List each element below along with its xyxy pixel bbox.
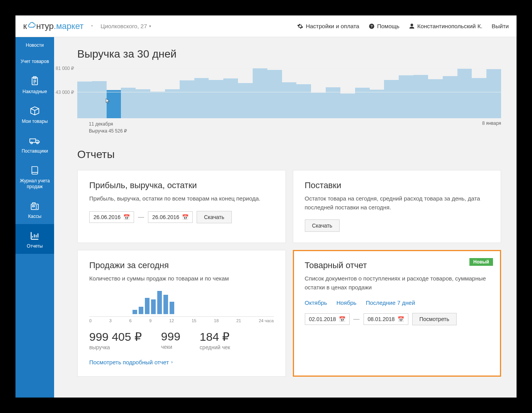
logo-mid: нтур	[36, 21, 54, 31]
y-tick-top: 81 000 ₽	[56, 66, 74, 71]
goods-date-from[interactable]: 02.01.2018 📅	[305, 313, 350, 325]
revenue-bar[interactable]	[194, 78, 209, 118]
revenue-bar[interactable]	[253, 68, 267, 118]
calendar-icon: 📅	[339, 316, 345, 322]
chevron-down-icon[interactable]	[90, 23, 94, 30]
profit-title: Прибыль, выручка, остатки	[89, 180, 274, 190]
revenue-bar[interactable]	[340, 93, 355, 118]
revenue-bar[interactable]	[267, 70, 282, 118]
axis-tick: 9	[149, 318, 151, 323]
profit-desc: Прибыль, выручка, остатки по всем товара…	[89, 194, 274, 203]
sidebar-item-inventory[interactable]: Учет товаров	[15, 53, 54, 70]
revenue-bar[interactable]	[370, 90, 384, 118]
revenue-bar[interactable]	[399, 75, 413, 118]
axis-tick: 12	[169, 318, 174, 323]
goods-report-title: Товарный отчет	[305, 260, 490, 270]
today-desc: Количество и суммы продаж по товарам и п…	[89, 274, 274, 283]
revenue-bar[interactable]	[223, 78, 238, 118]
book-icon	[17, 165, 53, 176]
user-menu[interactable]: Константинопольский К.	[409, 23, 483, 29]
cloud-icon	[27, 21, 36, 32]
revenue-bar[interactable]	[121, 88, 136, 118]
revenue-bar[interactable]	[136, 89, 150, 118]
revenue-bar[interactable]	[384, 80, 399, 119]
revenue-bar[interactable]	[238, 83, 253, 118]
sidebar-item-reports[interactable]: Отчеты	[15, 224, 54, 254]
revenue-bar[interactable]	[296, 84, 311, 118]
sidebar-item-registers[interactable]: Кассы	[15, 194, 54, 224]
sidebar-item-invoices[interactable]: Накладные	[15, 70, 54, 99]
supplies-desc: Остаток товара на сегодня, средний расхо…	[305, 194, 490, 212]
new-badge: Новый	[469, 258, 493, 266]
logout-link[interactable]: Выйти	[492, 23, 509, 29]
quick-link-november[interactable]: Ноябрь	[337, 299, 357, 306]
today-title: Продажи за сегодня	[89, 260, 274, 270]
revenue-bar[interactable]	[77, 82, 92, 118]
revenue-bar[interactable]	[428, 79, 443, 118]
revenue-bar[interactable]	[486, 69, 501, 118]
profit-date-to[interactable]: 26.06.2016 📅	[148, 211, 193, 223]
quick-link-last7[interactable]: Последние 7 дней	[366, 299, 415, 306]
stat-checks: 999 чеки	[161, 330, 180, 350]
logo[interactable]: к нтур.маркет	[23, 21, 83, 32]
sidebar: Новости Учет товаров Накладные Мои товар…	[15, 37, 54, 398]
revenue-bar[interactable]	[165, 89, 180, 118]
revenue-bar[interactable]	[150, 92, 165, 118]
card-goods-report: Новый Товарный отчет Список документов о…	[293, 250, 501, 377]
profit-date-from[interactable]: 26.06.2016 📅	[89, 211, 134, 223]
help-label: Помощь	[377, 23, 399, 29]
goods-report-desc: Список документов о поступлениях и расхо…	[305, 274, 490, 292]
truck-icon	[17, 135, 53, 146]
view-detailed-report-link[interactable]: Посмотреть подробный отчет ›	[89, 359, 274, 365]
calendar-icon: 📅	[182, 214, 189, 220]
sidebar-item-suppliers[interactable]: Поставщики	[15, 129, 54, 159]
revenue-bar[interactable]	[311, 93, 326, 118]
revenue-bar[interactable]	[282, 82, 297, 118]
axis-tick: 15	[192, 318, 196, 323]
sidebar-item-saleslog[interactable]: Журнал учета продаж	[15, 159, 54, 194]
revenue-bar[interactable]	[457, 69, 472, 118]
hourly-bar	[139, 307, 143, 314]
sidebar-item-news[interactable]: Новости	[15, 37, 54, 53]
card-supplies: Поставки Остаток товара на сегодня, сред…	[293, 170, 501, 243]
axis-tick: 3	[109, 318, 112, 323]
box-icon	[17, 105, 53, 116]
revenue-chart: 81 000 ₽ 43 000 ₽ 11 декабря Выручка 45 …	[77, 68, 501, 139]
hourly-bar	[170, 302, 174, 314]
y-tick-mid: 43 000 ₽	[56, 90, 74, 95]
revenue-bar[interactable]	[209, 80, 223, 119]
sidebar-item-goods[interactable]: Мои товары	[15, 99, 54, 129]
logo-suffix: маркет	[56, 21, 83, 31]
revenue-bar[interactable]	[413, 75, 428, 118]
revenue-bar[interactable]	[443, 76, 457, 118]
axis-tick: 18	[214, 318, 219, 323]
profit-download-button[interactable]: Скачать	[197, 211, 232, 223]
revenue-bar[interactable]	[472, 78, 486, 118]
hourly-bar	[145, 298, 150, 314]
address-selector[interactable]: Циолковского, 27 ▾	[100, 23, 151, 29]
hourly-bar	[151, 299, 156, 314]
goods-view-button[interactable]: Посмотреть	[412, 313, 457, 325]
logo-prefix: к	[23, 21, 27, 31]
revenue-bar[interactable]	[180, 80, 194, 118]
revenue-bar[interactable]	[107, 90, 121, 118]
hourly-chart: 03691215182124 часа	[89, 291, 274, 323]
svg-text:?: ?	[371, 24, 373, 28]
hourly-bar	[157, 291, 162, 314]
revenue-bar[interactable]	[92, 81, 107, 118]
caret-down-icon: ▾	[149, 24, 151, 28]
card-today-sales: Продажи за сегодня Количество и суммы пр…	[77, 250, 286, 377]
help-link[interactable]: ? Помощь	[369, 23, 399, 29]
settings-link[interactable]: Настройки и оплата	[297, 23, 359, 29]
axis-tick: 21	[236, 318, 241, 323]
help-icon: ?	[369, 23, 375, 29]
goods-date-to[interactable]: 08.01.2018 📅	[364, 313, 408, 325]
calendar-icon: 📅	[123, 214, 130, 220]
reports-title: Отчеты	[77, 148, 501, 161]
revenue-bar[interactable]	[355, 88, 370, 118]
card-profit: Прибыль, выручка, остатки Прибыль, выруч…	[77, 170, 286, 243]
supplies-download-button[interactable]: Скачать	[305, 219, 340, 232]
quick-link-october[interactable]: Октябрь	[305, 299, 327, 306]
stat-revenue: 999 405 ₽ выручка	[89, 330, 142, 350]
chart-tooltip: 11 декабря Выручка 45 526 ₽	[89, 121, 127, 134]
